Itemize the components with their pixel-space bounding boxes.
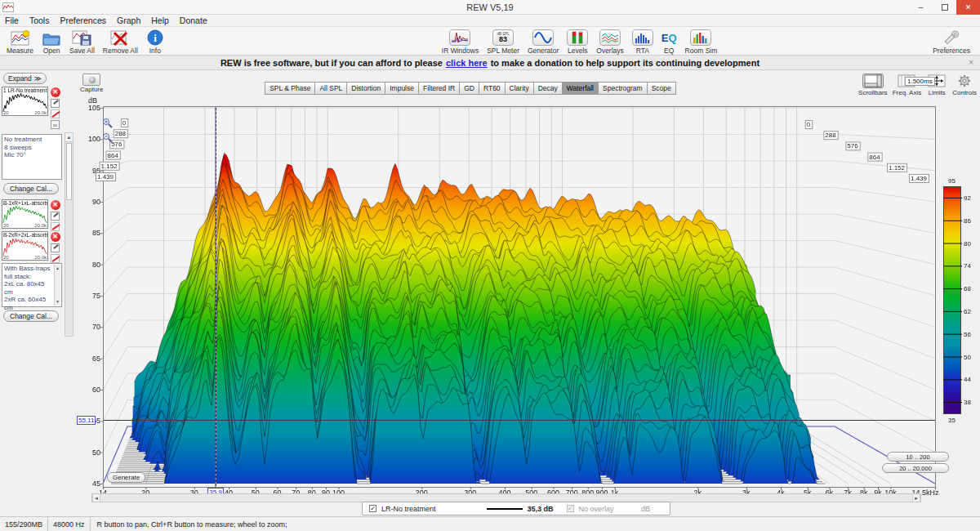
maximize-button[interactable]	[933, 0, 956, 15]
tab-scope[interactable]: Scope	[648, 82, 676, 95]
overlay-checkbox[interactable]: ✓	[567, 505, 574, 512]
preferences-button[interactable]: Preferences	[929, 28, 973, 56]
scroll-up-icon[interactable]: ▲	[56, 265, 60, 273]
tab-waterfall[interactable]: Waterfall	[563, 82, 599, 95]
remove-all-button[interactable]: Remove All	[100, 28, 141, 56]
tab-spectrogram[interactable]: Spectrogram	[599, 82, 648, 95]
edit-notes-icon[interactable]	[51, 99, 60, 108]
measurement-card-1[interactable]: 1 LR-No treatment 20 20.0k ✕ sc	[2, 87, 65, 129]
menu-help[interactable]: Help	[151, 16, 169, 25]
tab-clarity[interactable]: Clarity	[506, 82, 534, 95]
trace-settings-icon[interactable]	[51, 222, 60, 231]
close-button[interactable]: ✕	[956, 0, 980, 15]
legend-unit: dB	[641, 505, 650, 513]
measurements-sidebar: Expand ≫ 1 LR-No treatment 20 20.0k ✕ sc…	[0, 70, 75, 516]
open-button[interactable]: Open	[38, 28, 65, 56]
measurement-notes[interactable]: With Bass-traps full stack: 2xL ca. 80x4…	[2, 263, 62, 307]
menu-donate[interactable]: Donate	[180, 16, 207, 25]
range-preset-button-2[interactable]: 20 .. 20.000	[882, 463, 949, 473]
save-all-button[interactable]: Save All	[66, 28, 98, 56]
change-cal-button[interactable]: Change Cal...	[3, 310, 59, 322]
legend-cursor-value: 35,3 dB	[528, 505, 554, 513]
info-icon: i	[146, 29, 164, 47]
memory-status: 155/290MB	[0, 517, 48, 531]
tab-spl-phase[interactable]: SPL & Phase	[265, 82, 315, 95]
spl-meter-icon: dB SPL83	[492, 29, 514, 47]
delete-measurement-icon[interactable]: ✕	[51, 200, 60, 210]
mouse-hint: R button to pan, Ctrl+R button to measur…	[91, 520, 287, 529]
scroll-right-icon[interactable]: ►	[912, 494, 920, 502]
info-button[interactable]: i Info	[143, 28, 167, 56]
change-cal-button[interactable]: Change Cal...	[3, 183, 59, 194]
spl-cursor-label: 55,11	[77, 416, 96, 425]
tab-rt60[interactable]: RT60	[479, 82, 506, 95]
levels-button[interactable]: Levels	[564, 28, 591, 56]
ir-windows-icon	[449, 29, 470, 47]
measurement-notes[interactable]: No treatment 8 sweeps Mic 70°	[2, 134, 62, 180]
legend-trace-name: LR-No treatment	[381, 505, 436, 513]
trace-settings-icon[interactable]	[51, 109, 60, 118]
measurement-thumbnail[interactable]: 1 LR-No treatment 20 20.0k	[2, 87, 48, 116]
edit-notes-icon[interactable]	[51, 243, 60, 252]
spl-meter-button[interactable]: dB SPL83 SPL Meter	[483, 28, 523, 56]
expand-chevrons-icon: ≫	[34, 74, 42, 83]
scrollbar-thumb[interactable]	[66, 143, 72, 200]
measure-button[interactable]: Measure	[3, 28, 37, 56]
status-bar: 155/290MB 48000 Hz R button to pan, Ctrl…	[0, 516, 980, 531]
measurement-card-2[interactable]: B-1xR+1xL-absorb 20 20.0k ✕	[2, 199, 65, 231]
menu-file[interactable]: File	[5, 16, 19, 25]
minimize-button[interactable]: –	[909, 0, 933, 15]
room-sim-icon	[690, 29, 711, 47]
ir-windows-button[interactable]: IR Windows	[439, 28, 482, 56]
eq-button[interactable]: EQ EQ	[658, 28, 680, 56]
zoom-out-icon[interactable]	[102, 132, 113, 143]
banner-close-icon[interactable]: ×	[969, 58, 973, 67]
expand-panel-button[interactable]: Expand ≫	[3, 73, 47, 84]
rta-button[interactable]: RTA	[629, 28, 657, 56]
delete-measurement-icon[interactable]: ✕	[51, 232, 60, 242]
trace-settings-icon[interactable]	[51, 254, 60, 263]
overlay-label: No overlay	[579, 505, 614, 513]
notes-scrollbar[interactable]: ▲ ▼	[54, 265, 60, 306]
open-folder-icon	[42, 29, 61, 47]
waterfall-plot[interactable]	[75, 103, 980, 497]
tab-filtered-ir[interactable]: Filtered IR	[419, 82, 460, 95]
tab-all-spl[interactable]: All SPL	[315, 82, 347, 95]
scroll-left-icon[interactable]: ◄	[92, 494, 100, 502]
svg-text:i: i	[154, 32, 157, 44]
generator-icon	[532, 29, 554, 47]
menu-graph[interactable]: Graph	[117, 16, 140, 25]
controls-button[interactable]: Controls	[951, 72, 978, 98]
scrollbars-button[interactable]: Scrollbars	[857, 72, 889, 98]
window-title: REW V5,19	[0, 2, 980, 12]
overlays-button[interactable]: Overlays	[593, 28, 627, 56]
generator-button[interactable]: Generator	[524, 28, 562, 56]
generate-button[interactable]: Generate	[107, 472, 145, 483]
delete-measurement-icon[interactable]: ✕	[51, 87, 60, 97]
time-window-badge: 1.500ms	[905, 77, 935, 86]
measurement-thumbnail[interactable]: B-2xR+2xL-absorb 20 20.0k	[2, 231, 48, 261]
edit-notes-icon[interactable]	[51, 212, 60, 221]
graph-tabs: SPL & Phase All SPL Distortion Impulse F…	[75, 82, 866, 95]
donate-link[interactable]: click here	[446, 58, 488, 68]
tab-distortion[interactable]: Distortion	[347, 82, 385, 95]
measurement-badge-icon[interactable]: sc	[51, 120, 60, 129]
measure-icon	[11, 29, 30, 47]
toolbar: Measure Open Save All Remove All i Info	[0, 27, 980, 56]
tab-impulse[interactable]: Impulse	[385, 82, 419, 95]
levels-icon	[567, 29, 588, 47]
scroll-up-icon[interactable]: ▲	[65, 133, 73, 142]
title-bar: REW V5,19 – ✕	[0, 0, 980, 15]
scroll-down-icon[interactable]: ▼	[56, 298, 60, 306]
menu-tools[interactable]: Tools	[29, 16, 50, 25]
zoom-in-icon[interactable]	[102, 118, 113, 128]
tab-decay[interactable]: Decay	[534, 82, 563, 95]
sidebar-scrollbar[interactable]: ▲	[65, 132, 74, 337]
room-sim-button[interactable]: Room Sim	[682, 28, 721, 56]
range-preset-button-1[interactable]: 10 .. 200	[887, 452, 949, 462]
trace-checkbox[interactable]: ✓	[369, 505, 376, 512]
measurement-thumbnail[interactable]: B-1xR+1xL-absorb 20 20.0k	[2, 199, 48, 229]
spl-axis-title: dB	[88, 96, 97, 105]
menu-preferences[interactable]: Preferences	[60, 16, 106, 25]
tab-gd[interactable]: GD	[460, 82, 479, 95]
